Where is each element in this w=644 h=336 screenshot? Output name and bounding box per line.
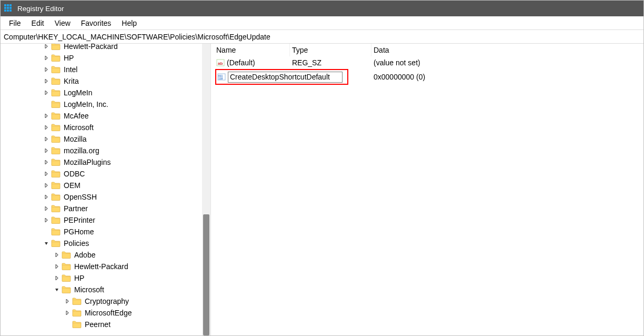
expander-icon[interactable] <box>43 182 50 189</box>
expander-icon[interactable] <box>43 44 50 50</box>
column-name[interactable]: Name <box>211 44 290 56</box>
value-type-cell: REG_SZ <box>290 56 371 69</box>
tree-item[interactable]: LogMeIn <box>1 87 202 98</box>
tree-item[interactable]: Mozilla <box>1 133 202 145</box>
tree-item[interactable]: HP <box>1 272 202 284</box>
tree-item[interactable]: Hewlett-Packard <box>1 44 202 52</box>
tree-item-label: MozillaPlugins <box>64 158 110 166</box>
tree-item[interactable]: LogMeIn, Inc. <box>1 98 202 110</box>
tree-item-label: MicrosoftEdge <box>85 309 132 317</box>
tree-item[interactable]: Intel <box>1 64 202 75</box>
svg-rect-4 <box>7 7 9 9</box>
menu-help[interactable]: Help <box>116 19 142 27</box>
expander-icon[interactable] <box>43 159 50 166</box>
tree-item[interactable]: Hewlett-Packard <box>1 261 202 272</box>
menu-file[interactable]: File <box>4 19 26 27</box>
tree-item-label: Partner <box>64 204 88 213</box>
tree-item[interactable]: Microsoft <box>1 284 202 295</box>
tree-item[interactable]: Cryptography <box>1 295 202 307</box>
tree-panel: Hewlett-PackardHPIntelKritaLogMeInLogMeI… <box>1 44 211 335</box>
menu-favorites[interactable]: Favorites <box>76 19 117 27</box>
title-bar: Registry Editor <box>1 1 643 16</box>
address-bar[interactable]: Computer\HKEY_LOCAL_MACHINE\SOFTWARE\Pol… <box>1 30 643 44</box>
editing-highlight: 011110 <box>215 69 348 85</box>
tree-item-label: Hewlett-Packard <box>64 44 118 51</box>
tree-item-label: Microsoft <box>64 123 94 132</box>
tree-item[interactable]: mozilla.org <box>1 145 202 156</box>
tree-item[interactable]: Krita <box>1 75 202 87</box>
tree-item[interactable]: McAfee <box>1 110 202 122</box>
tree-item[interactable]: Microsoft <box>1 122 202 133</box>
scrollbar-thumb[interactable] <box>203 214 209 335</box>
folder-icon <box>62 274 71 282</box>
column-type[interactable]: Type <box>290 44 371 56</box>
tree-item-label: OEM <box>64 181 80 190</box>
scrollbar[interactable] <box>202 44 210 335</box>
tree-item[interactable]: PEPrinter <box>1 214 202 226</box>
tree-item-label: Policies <box>64 239 89 248</box>
expander-icon[interactable] <box>43 112 50 120</box>
tree-item[interactable]: Peernet <box>1 319 202 330</box>
column-data[interactable]: Data <box>371 44 643 56</box>
folder-icon <box>51 228 61 235</box>
tree-item[interactable]: MicrosoftEdge <box>1 307 202 319</box>
tree-item-label: HP <box>74 274 84 282</box>
main-content: Hewlett-PackardHPIntelKritaLogMeInLogMeI… <box>1 44 643 335</box>
tree-item[interactable]: MozillaPlugins <box>1 156 202 168</box>
expander-icon[interactable] <box>43 124 50 131</box>
tree-item[interactable]: OpenSSH <box>1 191 202 203</box>
folder-icon <box>51 89 61 96</box>
value-name: (Default) <box>227 58 255 67</box>
menu-edit[interactable]: Edit <box>26 19 49 27</box>
reg-binary-icon: 011110 <box>217 73 226 81</box>
menu-bar: File Edit View Favorites Help <box>1 16 643 30</box>
folder-icon <box>72 309 82 317</box>
tree-item[interactable]: PGHome <box>1 226 202 238</box>
expander-icon[interactable] <box>53 263 61 270</box>
expander-icon[interactable] <box>43 205 50 212</box>
expander-icon[interactable] <box>53 251 61 259</box>
tree-item[interactable]: Partner <box>1 203 202 214</box>
folder-icon <box>72 321 82 328</box>
values-header: Name Type Data <box>211 44 643 56</box>
value-row[interactable]: ab(Default)REG_SZ(value not set) <box>211 56 643 69</box>
expander-icon[interactable] <box>43 54 50 62</box>
tree-item-label: LogMeIn, Inc. <box>64 100 108 108</box>
reg-string-icon: ab <box>216 58 225 67</box>
svg-rect-1 <box>7 4 9 6</box>
tree-item[interactable]: HP <box>1 52 202 64</box>
tree-item-label: Mozilla <box>64 135 87 143</box>
expander-icon[interactable] <box>64 309 71 317</box>
menu-view[interactable]: View <box>49 19 76 27</box>
expander-icon[interactable] <box>43 216 50 224</box>
tree-item[interactable]: Policies <box>1 238 202 249</box>
folder-icon <box>51 170 61 177</box>
expander-icon[interactable] <box>43 66 50 73</box>
folder-icon <box>51 66 61 73</box>
expander-icon[interactable] <box>53 286 61 293</box>
expander-icon[interactable] <box>43 240 50 247</box>
value-rename-input[interactable] <box>228 72 343 83</box>
tree-item-label: Intel <box>64 65 77 74</box>
folder-icon <box>51 77 61 85</box>
svg-rect-0 <box>4 4 6 6</box>
expander-icon[interactable] <box>43 77 50 85</box>
value-data-cell: 0x00000000 (0) <box>371 69 427 85</box>
folder-icon <box>62 251 71 259</box>
svg-text:ab: ab <box>218 61 223 66</box>
expander-icon[interactable] <box>64 298 71 305</box>
folder-icon <box>72 298 82 305</box>
expander-icon[interactable] <box>43 147 50 154</box>
tree-item-label: mozilla.org <box>64 146 99 155</box>
tree-item[interactable]: ODBC <box>1 168 202 180</box>
expander-icon[interactable] <box>53 274 61 282</box>
folder-icon <box>62 286 71 293</box>
expander-icon[interactable] <box>43 193 50 201</box>
value-row[interactable]: 0111100x00000000 (0) <box>211 69 643 85</box>
expander-icon[interactable] <box>43 135 50 143</box>
tree-item[interactable]: OEM <box>1 180 202 191</box>
tree-item[interactable]: Adobe <box>1 249 202 261</box>
value-name-cell: ab(Default) <box>211 56 290 69</box>
expander-icon[interactable] <box>43 170 50 177</box>
expander-icon[interactable] <box>43 89 50 96</box>
